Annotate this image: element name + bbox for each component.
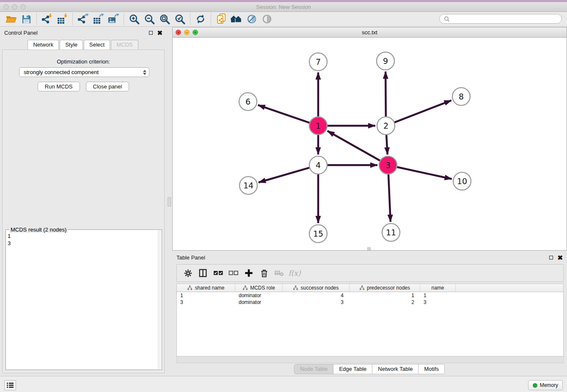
select-all-rows-icon[interactable] xyxy=(212,267,225,279)
tab-network-table[interactable]: Network Table xyxy=(372,364,418,374)
edge-2-9[interactable] xyxy=(385,72,386,118)
search-icon xyxy=(443,16,451,22)
network-resize-handle[interactable] xyxy=(367,247,371,250)
toolbar-separator xyxy=(72,13,73,25)
toggle-graphics-details-icon[interactable] xyxy=(244,13,259,25)
node-label-8: 8 xyxy=(459,92,464,101)
node-label-2: 2 xyxy=(383,121,388,130)
optimization-criterion-value: strongly connected component xyxy=(24,69,99,75)
app-titlebar: Session: New Session xyxy=(0,2,567,12)
network-graph-canvas[interactable]: 7968124314101511 xyxy=(173,38,567,250)
show-hide-eye-icon[interactable] xyxy=(259,13,275,25)
edge-2-8[interactable] xyxy=(394,100,451,123)
zoom-out-icon[interactable] xyxy=(142,13,157,25)
export-network-icon[interactable] xyxy=(75,13,91,25)
table-panel-title: Table Panel xyxy=(176,254,205,261)
task-history-button[interactable] xyxy=(4,380,16,390)
deselect-all-rows-icon[interactable] xyxy=(227,267,240,279)
select-stepper-icon xyxy=(143,70,146,75)
delete-column-trash-icon[interactable] xyxy=(257,267,271,279)
table-row[interactable]: 3dominator323 xyxy=(177,299,563,306)
session-title: Session: New Session xyxy=(0,4,567,10)
network-file-title: scc.txt xyxy=(173,29,567,36)
function-builder-icon-disabled: f(x) xyxy=(288,267,301,279)
edge-3-10[interactable] xyxy=(396,167,452,179)
export-table-icon[interactable] xyxy=(91,13,106,25)
column-header-name[interactable]: name xyxy=(420,284,456,292)
create-column-plus-icon[interactable] xyxy=(242,267,256,279)
mcds-result-text: 1 3 xyxy=(8,232,157,368)
tab-network[interactable]: Network xyxy=(28,40,59,50)
delete-table-icon-disabled xyxy=(272,267,286,279)
mcds-result-legend: MCDS result (2 nodes) xyxy=(9,226,68,233)
import-network-icon[interactable] xyxy=(39,13,55,25)
import-table-icon[interactable] xyxy=(55,13,70,25)
zoom-in-icon[interactable] xyxy=(127,13,142,25)
table-cell: 1 xyxy=(350,292,420,299)
vertical-splitter[interactable] xyxy=(167,27,172,376)
network-view-window: × – + scc.txt 7968124314101511 xyxy=(172,27,567,251)
table-row[interactable]: 1dominator411 xyxy=(177,292,563,299)
tab-node-table[interactable]: Node Table xyxy=(294,364,334,374)
zoom-selected-icon[interactable] xyxy=(172,13,187,25)
control-panel: Control Panel ✖ Network Style Select MCD… xyxy=(0,27,167,376)
column-header-MCDS-role[interactable]: MCDS role xyxy=(235,284,283,292)
optimization-criterion-select[interactable]: strongly connected component xyxy=(19,67,149,77)
memory-button[interactable]: Memory xyxy=(528,380,563,390)
mcds-result-scrollbar[interactable] xyxy=(157,230,161,369)
column-header-predecessor-nodes[interactable]: predecessor nodes xyxy=(350,284,420,292)
table-cell: dominator xyxy=(235,292,283,299)
optimization-criterion-label: Optimization criterion: xyxy=(3,58,164,65)
apply-layout-icon[interactable] xyxy=(193,13,208,25)
table-panel-header: Table Panel ✖ xyxy=(172,251,567,263)
show-columns-icon[interactable] xyxy=(196,267,210,279)
tab-select[interactable]: Select xyxy=(84,40,110,50)
list-icon xyxy=(7,382,14,388)
table-cell: 2 xyxy=(350,299,420,306)
edge-1-6[interactable] xyxy=(258,105,311,123)
close-panel-icon[interactable]: ✖ xyxy=(557,254,563,261)
node-label-11: 11 xyxy=(386,228,396,237)
control-panel-header: Control Panel ✖ xyxy=(0,27,167,39)
attribute-tree-icon xyxy=(187,285,193,290)
export-image-icon[interactable] xyxy=(106,13,121,25)
home-networks-icon[interactable] xyxy=(229,13,244,25)
duplicate-network-icon[interactable] xyxy=(214,13,229,25)
splitter-handle[interactable] xyxy=(168,197,171,207)
table-settings-gear-icon[interactable] xyxy=(181,267,195,279)
column-header-successor-nodes[interactable]: successor nodes xyxy=(283,284,350,292)
edge-3-11[interactable] xyxy=(388,173,391,222)
open-session-icon[interactable] xyxy=(3,13,19,25)
table-cell: 3 xyxy=(420,299,456,306)
node-label-9: 9 xyxy=(383,56,388,66)
node-label-15: 15 xyxy=(313,229,323,238)
table-scrollbar[interactable] xyxy=(176,356,564,363)
control-panel-title: Control Panel xyxy=(4,30,38,36)
table-cell: 4 xyxy=(283,292,350,299)
tab-edge-table[interactable]: Edge Table xyxy=(333,364,372,374)
edge-3-1[interactable] xyxy=(328,131,381,161)
zoom-fit-icon[interactable] xyxy=(157,13,172,25)
float-panel-icon[interactable] xyxy=(549,256,553,259)
tab-motifs[interactable]: Motifs xyxy=(418,364,445,374)
node-table: shared nameMCDS rolesuccessor nodesprede… xyxy=(176,284,564,356)
control-panel-tabs: Network Style Select MCDS xyxy=(0,40,167,50)
node-label-10: 10 xyxy=(457,177,467,186)
float-panel-icon[interactable] xyxy=(149,31,153,35)
node-label-1: 1 xyxy=(316,121,321,130)
tab-style[interactable]: Style xyxy=(60,40,83,50)
search-input[interactable] xyxy=(451,16,561,22)
edge-4-14[interactable] xyxy=(259,167,311,182)
close-panel-icon[interactable]: ✖ xyxy=(157,30,162,36)
search-field[interactable] xyxy=(439,14,562,24)
save-session-icon[interactable] xyxy=(19,13,34,25)
node-label-3: 3 xyxy=(385,160,391,170)
table-panel-tabs: Node Table Edge Table Network Table Moti… xyxy=(172,364,567,374)
attribute-tree-icon xyxy=(359,285,365,290)
edge-2-3[interactable] xyxy=(386,134,388,155)
mcds-result-box: MCDS result (2 nodes) 1 3 xyxy=(6,229,162,370)
run-mcds-button[interactable]: Run MCDS xyxy=(38,82,80,91)
column-header-shared-name[interactable]: shared name xyxy=(177,284,235,292)
close-panel-button[interactable]: Close panel xyxy=(86,82,129,91)
tab-mcds[interactable]: MCDS xyxy=(111,40,138,50)
